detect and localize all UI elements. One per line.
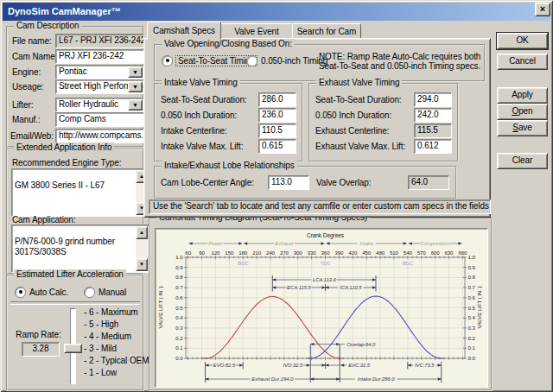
lifter-accel-legend: Estimated Lifter Acceleration bbox=[14, 269, 126, 279]
exhaust-max-lift-input[interactable]: 0.612 bbox=[414, 139, 452, 154]
recommended-engine-type-value: GM 3800 Series II - L67 bbox=[15, 180, 105, 190]
svg-text:90: 90 bbox=[199, 250, 205, 256]
chevron-down-icon[interactable]: ▼ bbox=[128, 99, 143, 111]
svg-text:0.7: 0.7 bbox=[468, 284, 476, 290]
cam-application-textarea[interactable]: P/N76-000-9 grind number 3017S/3038S ▲ ▼ bbox=[11, 224, 149, 273]
valve-overlap-label: Valve Overlap: bbox=[316, 178, 371, 187]
close-icon[interactable]: × bbox=[535, 3, 550, 16]
intake-max-lift-input[interactable]: 0.615 bbox=[258, 139, 296, 154]
cam-description-group: Cam Description File name: L67 - PRJ XFI… bbox=[6, 26, 144, 148]
exhaust-max-lift-label: Exhaust Valve Max. Lift: bbox=[315, 142, 405, 151]
intake-centerline-input[interactable]: 110.5 bbox=[258, 123, 296, 138]
manual-radio[interactable]: Manual bbox=[84, 287, 126, 298]
radio-unselected-icon[interactable] bbox=[84, 287, 95, 298]
email-web-input[interactable]: http://www.compcams.com bbox=[55, 129, 144, 143]
intake-050-duration-input[interactable]: 236.0 bbox=[258, 108, 296, 123]
svg-text:Overlap:64.0: Overlap:64.0 bbox=[346, 342, 376, 347]
svg-text:360: 360 bbox=[321, 250, 331, 256]
apply-button[interactable]: Apply bbox=[497, 87, 548, 104]
engine-value: Pontiac bbox=[59, 66, 87, 76]
open-button[interactable]: Open bbox=[497, 104, 548, 120]
tab-camshaft-specs[interactable]: Camshaft Specs bbox=[147, 22, 221, 41]
file-name-label: File name: bbox=[12, 36, 52, 46]
svg-text:BDC: BDC bbox=[238, 261, 249, 266]
svg-text:540: 540 bbox=[404, 250, 413, 256]
radio-unselected-icon[interactable] bbox=[246, 55, 257, 66]
cam-name-label: Cam Name: bbox=[12, 52, 57, 61]
engine-label: Engine: bbox=[12, 67, 41, 77]
radio-selected-icon[interactable] bbox=[162, 55, 173, 66]
status-bar: Use the 'Search' tab to locate and test … bbox=[149, 199, 491, 214]
lifter-label: Lifter: bbox=[12, 100, 33, 110]
camshaft-timing-diagram: Crank DegreesPowerExhaustIntakeCompressi… bbox=[155, 228, 488, 388]
exhaust-050-duration-input[interactable]: 242.0 bbox=[414, 108, 452, 123]
ramp-rate-label: Ramp Rate: bbox=[15, 330, 62, 339]
cancel-button[interactable]: Cancel bbox=[497, 54, 548, 70]
note-line-2: Seat-To-Seat and 0.050-inch Timing specs… bbox=[319, 61, 480, 71]
svg-text:LCA:113.0: LCA:113.0 bbox=[313, 277, 337, 282]
svg-text:0.1: 0.1 bbox=[175, 345, 183, 351]
svg-text:0.4: 0.4 bbox=[175, 314, 183, 320]
manuf-input[interactable]: Comp Cams bbox=[55, 112, 144, 127]
note-line-1: NOTE: Ramp Rate Auto-Calc requires both bbox=[319, 52, 480, 61]
engine-combo[interactable]: Pontiac ▼ bbox=[55, 65, 144, 79]
scroll-up-icon[interactable]: ▲ bbox=[136, 226, 148, 239]
vertical-scrollbar[interactable]: ▲ ▼ bbox=[136, 226, 148, 271]
svg-text:510: 510 bbox=[390, 250, 399, 256]
scroll-down-icon[interactable]: ▼ bbox=[136, 258, 148, 271]
divider bbox=[10, 301, 140, 305]
intake-s2s-duration-input[interactable]: 286.0 bbox=[258, 92, 296, 107]
recommended-engine-type-label: Recommended Engine Type: bbox=[12, 158, 121, 168]
inch-050-label: 0.050-inch Timing bbox=[261, 56, 327, 66]
inch-050-radio[interactable]: 0.050-inch Timing bbox=[246, 55, 327, 66]
extended-application-info-group: Extended Application Info Recommended En… bbox=[6, 148, 144, 275]
radio-selected-icon[interactable] bbox=[15, 287, 26, 298]
svg-text:EVC:31.5: EVC:31.5 bbox=[348, 363, 371, 368]
svg-text:0.5: 0.5 bbox=[175, 305, 183, 311]
recommended-engine-type-textarea[interactable]: GM 3800 Series II - L67 ▲ ▼ bbox=[11, 168, 149, 217]
clear-button[interactable]: Clear bbox=[497, 153, 548, 169]
svg-text:480: 480 bbox=[376, 250, 385, 256]
lifter-combo[interactable]: Roller Hydraulic ▼ bbox=[55, 98, 144, 112]
seat-to-seat-radio[interactable]: Seat-To-Seat Timing bbox=[162, 55, 257, 66]
svg-text:VALVE LIFT ( IN. ): VALVE LIFT ( IN. ) bbox=[157, 287, 163, 329]
save-button[interactable]: Save bbox=[497, 120, 548, 136]
exhaust-centerline-field: 115.5 bbox=[414, 123, 452, 138]
intake-group-legend: Intake Valve Timing bbox=[162, 78, 240, 87]
useage-combo[interactable]: Street High Performance ▼ bbox=[55, 79, 144, 94]
svg-text:ECA:115.5: ECA:115.5 bbox=[287, 285, 311, 290]
slider-label-4: - 4 - Medium bbox=[84, 332, 131, 341]
title-bar[interactable]: DynoSim CamManager™ bbox=[3, 3, 550, 21]
svg-text:150: 150 bbox=[225, 250, 234, 256]
svg-text:0.6: 0.6 bbox=[175, 294, 183, 300]
svg-text:420: 420 bbox=[348, 250, 358, 256]
svg-text:570: 570 bbox=[417, 250, 427, 256]
seat-to-seat-label: Seat-To-Seat Timing bbox=[176, 56, 257, 66]
ramp-rate-slider-thumb[interactable] bbox=[64, 344, 82, 353]
svg-text:TDC: TDC bbox=[320, 261, 331, 266]
chevron-down-icon[interactable]: ▼ bbox=[128, 81, 143, 92]
svg-text:0.8: 0.8 bbox=[175, 274, 183, 280]
svg-text:Power: Power bbox=[208, 241, 224, 246]
svg-text:330: 330 bbox=[308, 250, 317, 256]
lobe-center-angle-input[interactable]: 113.0 bbox=[268, 175, 309, 190]
intake-050-duration-label: 0.050 Inch Duration: bbox=[161, 111, 237, 120]
chevron-down-icon[interactable]: ▼ bbox=[128, 66, 143, 78]
slider-label-6: - 6 - Maximum bbox=[84, 307, 138, 317]
manuf-label: Manuf.: bbox=[12, 115, 41, 124]
ramp-rate-note: NOTE: Ramp Rate Auto-Calc requires both … bbox=[319, 52, 480, 71]
svg-text:0.2: 0.2 bbox=[468, 335, 476, 341]
auto-calc-radio[interactable]: Auto Calc. bbox=[15, 287, 68, 298]
exhaust-centerline-label: Exhaust Centerline: bbox=[315, 126, 389, 136]
svg-text:0.3: 0.3 bbox=[175, 325, 183, 331]
svg-text:0.5: 0.5 bbox=[468, 305, 476, 311]
cam-manager-window: DynoSim CamManager™ × Cam Description Fi… bbox=[0, 0, 553, 392]
exhaust-s2s-duration-input[interactable]: 294.0 bbox=[414, 92, 452, 107]
slider-label-5: - 5 - High bbox=[84, 319, 118, 329]
svg-text:IVC:73.5: IVC:73.5 bbox=[415, 363, 435, 368]
ok-button[interactable]: OK bbox=[497, 33, 548, 49]
cam-name-input[interactable]: PRJ XFI 236-242 bbox=[55, 49, 144, 64]
svg-text:EVO:82.5: EVO:82.5 bbox=[213, 363, 236, 368]
camshaft-timing-diagram-group: Camshaft Timing Diagram (Seat-To-Seat Ti… bbox=[149, 218, 493, 391]
svg-text:0.9: 0.9 bbox=[175, 264, 183, 270]
